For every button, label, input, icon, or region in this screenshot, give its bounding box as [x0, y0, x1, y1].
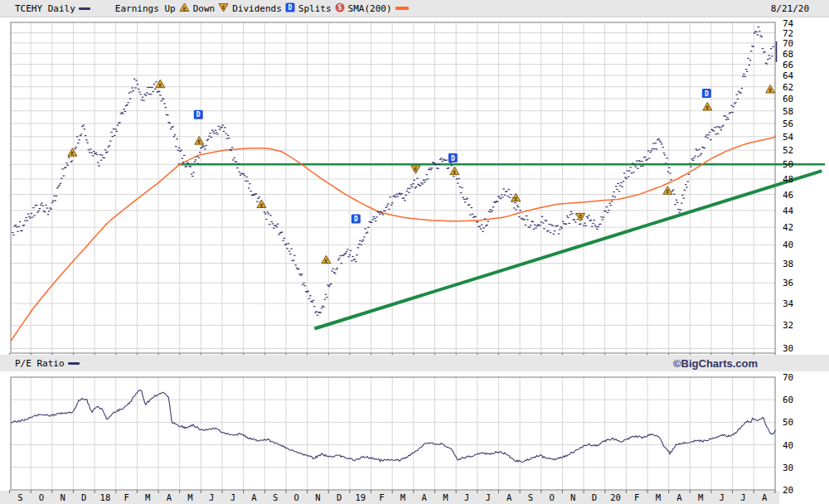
y-axis-label: 64	[783, 70, 794, 81]
dividend-d-icon: D	[285, 2, 295, 15]
svg-text:E: E	[579, 213, 582, 219]
y-axis-label: 60	[783, 94, 793, 104]
dividend-marker: D	[194, 110, 203, 119]
x-axis-label: D	[81, 492, 86, 502]
x-axis-label: M	[698, 492, 703, 502]
x-axis-label: S	[17, 492, 22, 502]
charts-canvas: EEEEEEEEEEEEDDDD747270686664626058565452…	[0, 0, 829, 504]
y-axis-label: 50	[783, 417, 793, 428]
x-axis-label: S	[528, 492, 533, 502]
chart-toolbar: TCEHY Daily Earnings Up E Down E Dividen…	[0, 0, 829, 17]
x-axis-label: N	[315, 492, 320, 502]
y-axis-label: 46	[783, 190, 793, 201]
dividend-marker: D	[448, 153, 458, 162]
pe-y-axis-labels: 706050403020	[783, 372, 793, 496]
y-axis-label: 66	[783, 60, 793, 70]
svg-text:E: E	[706, 104, 710, 110]
x-axis-label: O	[294, 492, 299, 502]
y-axis-label: 54	[783, 132, 794, 143]
svg-text:E: E	[453, 169, 457, 175]
svg-text:D: D	[705, 90, 709, 98]
bigcharts-brand: ©BigCharts.com	[673, 357, 758, 370]
x-axis-label: J	[720, 492, 725, 502]
x-axis-label: S	[273, 492, 278, 502]
y-axis-label: 72	[783, 28, 793, 39]
earnings-up-triangle-icon: E	[179, 2, 190, 15]
price-chart: EEEEEEEEEEEEDDDD747270686664626058565452…	[10, 18, 826, 356]
x-axis-label: J	[464, 492, 469, 502]
pe-chart: 706050403020	[10, 372, 794, 496]
svg-text:E: E	[260, 202, 264, 208]
pe-series-dash-icon	[68, 362, 80, 365]
x-axis-label: A	[251, 492, 257, 502]
svg-text:E: E	[182, 5, 186, 11]
y-axis-label: 42	[783, 222, 793, 233]
svg-text:E: E	[667, 188, 670, 194]
y-axis-label: 34	[783, 298, 794, 309]
bigcharts-chart-image: EEEEEEEEEEEEDDDD747270686664626058565452…	[0, 0, 829, 504]
svg-text:E: E	[514, 196, 517, 201]
x-axis-label: F	[124, 492, 128, 502]
splits-label: Splits	[298, 3, 332, 14]
y-axis-label: 52	[783, 145, 793, 156]
price-series-dash-icon	[79, 7, 90, 10]
x-axis-label: J	[209, 492, 214, 502]
svg-text:D: D	[288, 4, 292, 12]
y-axis-label: 62	[783, 82, 793, 93]
x-axis-label: O	[549, 492, 554, 502]
earnings-down-triangle-icon: E	[218, 2, 229, 15]
dividends-label: Dividends	[232, 3, 282, 14]
svg-text:E: E	[325, 258, 328, 264]
symbol-timeframe-label: TCEHY Daily	[15, 3, 75, 14]
y-axis-label: 44	[783, 206, 794, 216]
svg-text:E: E	[159, 82, 162, 88]
x-axis-label: M	[656, 492, 661, 502]
svg-text:D: D	[354, 216, 358, 223]
x-axis-label: J	[230, 492, 235, 502]
y-axis-label: 68	[783, 49, 793, 60]
x-axis-label: F	[634, 492, 639, 502]
x-axis-label: A	[507, 492, 512, 502]
x-axis-label: A	[676, 492, 682, 502]
x-axis-label: D	[337, 492, 342, 502]
x-axis-label: 20	[610, 492, 621, 502]
svg-text:S: S	[337, 4, 342, 12]
x-axis-label: M	[145, 492, 150, 502]
sma-label: SMA(200)	[348, 3, 392, 14]
y-axis-label: 56	[783, 119, 793, 129]
x-axis-label: 18	[100, 492, 111, 502]
svg-text:E: E	[414, 166, 418, 172]
y-axis-label: 30	[783, 463, 793, 473]
x-axis-label: M	[443, 492, 448, 502]
x-axis-label: O	[39, 492, 44, 502]
pe-ratio-label: P/E Ratio	[15, 358, 65, 369]
y-axis-label: 38	[783, 259, 793, 269]
svg-text:E: E	[197, 138, 201, 144]
x-axis-label: F	[379, 492, 384, 502]
x-axis-label: A	[422, 492, 428, 502]
x-axis-label: M	[187, 492, 192, 502]
y-axis-label: 40	[783, 240, 793, 250]
svg-text:E: E	[768, 87, 772, 93]
price-y-axis-labels: 7472706866646260585654525048464442403836…	[783, 18, 794, 355]
y-axis-label: 70	[783, 372, 793, 383]
y-axis-label: 30	[783, 343, 793, 354]
x-axis-label: D	[592, 492, 597, 502]
pe-ratio-strip: P/E Ratio ©BigCharts.com	[0, 355, 829, 371]
svg-text:D: D	[196, 111, 201, 119]
earnings-down-label: Down	[193, 3, 216, 14]
x-axis-label: A	[167, 492, 172, 502]
x-axis-label: J	[485, 492, 490, 502]
dividend-marker: D	[702, 89, 711, 98]
split-s-icon: S	[335, 2, 345, 15]
sma-dash-icon	[395, 7, 409, 10]
x-axis-label: A	[762, 492, 768, 502]
svg-text:E: E	[222, 3, 225, 9]
y-axis-label: 58	[783, 106, 793, 117]
y-axis-label: 32	[783, 320, 793, 331]
y-axis-label: 40	[783, 440, 793, 451]
y-axis-label: 36	[783, 278, 793, 288]
svg-text:E: E	[71, 150, 75, 156]
y-axis-label: 20	[783, 485, 793, 496]
y-axis-label: 60	[783, 395, 793, 405]
